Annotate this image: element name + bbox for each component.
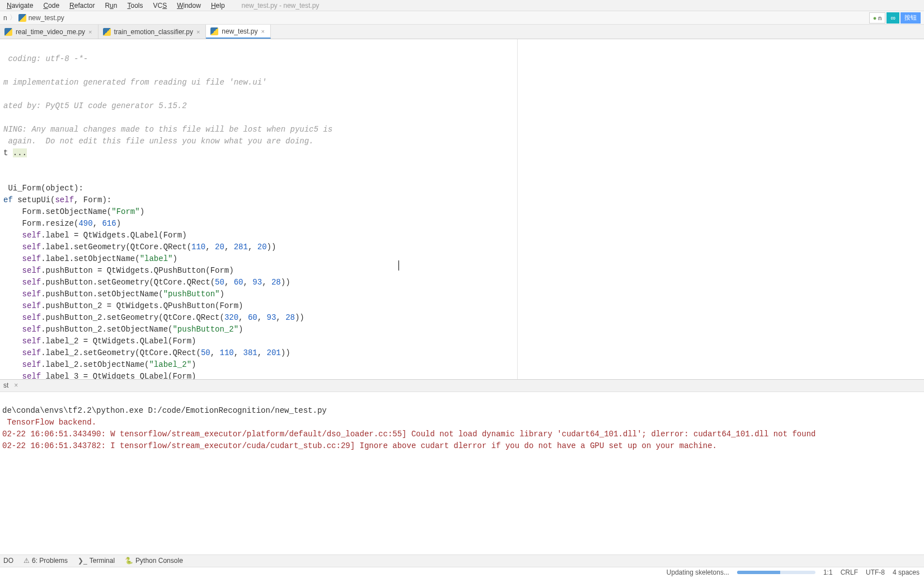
tab-train-emotion[interactable]: train_emotion_classifier.py ×	[99, 25, 207, 39]
code-token: 381	[243, 348, 257, 357]
code-token: 20	[215, 243, 224, 251]
tab-new-test[interactable]: new_test.py ×	[206, 25, 270, 39]
run-config-label: n	[878, 15, 881, 21]
code-token: self	[22, 348, 41, 357]
progress-fill	[737, 571, 780, 574]
code-token: 20	[257, 243, 267, 251]
code-token: self	[22, 372, 41, 379]
close-icon[interactable]: ×	[261, 28, 264, 35]
code-token: )	[238, 325, 243, 334]
code-token: 60	[248, 313, 257, 322]
editor-area: coding: utf-8 -*- m implementation gener…	[0, 39, 924, 379]
code-token	[3, 313, 22, 322]
console-line: 02-22 16:06:51.343782: I tensorflow/stre…	[2, 441, 717, 450]
nav-action-button[interactable]: 按钮	[900, 12, 921, 24]
menu-bar: Navigate Code Refactor Run Tools VCS Win…	[0, 0, 924, 11]
menu-help[interactable]: Help	[207, 1, 229, 11]
run-config-chip[interactable]: ● n	[869, 12, 886, 24]
code-token	[3, 360, 22, 369]
tab-real-time-video[interactable]: real_time_video_me.py ×	[0, 25, 99, 39]
code-token: 28	[271, 278, 281, 287]
terminal-tool-button[interactable]: ❯_Terminal	[78, 557, 115, 565]
menu-refactor[interactable]: Refactor	[65, 1, 99, 11]
status-line-separator[interactable]: CRLF	[841, 568, 858, 576]
code-token: ))	[281, 348, 290, 357]
code-token	[3, 337, 22, 346]
terminal-icon: ❯_	[78, 557, 87, 565]
run-console-output[interactable]: de\conda\envs\tf2.2\python.exe D:/code/E…	[0, 392, 924, 554]
tool-label: DO	[3, 557, 13, 565]
menu-run[interactable]: Run	[100, 1, 121, 11]
code-line: NING: Any manual changes made to this fi…	[3, 125, 332, 134]
breadcrumb-file[interactable]: new_test.py	[18, 14, 64, 22]
tab-label: new_test.py	[222, 27, 257, 35]
code-token: ,	[276, 313, 285, 322]
code-token: 60	[234, 278, 243, 287]
code-token: setupUi(	[17, 195, 55, 204]
menu-vcs[interactable]: VCS	[149, 1, 172, 11]
close-icon[interactable]: ×	[88, 29, 92, 35]
status-encoding[interactable]: UTF-8	[866, 568, 885, 576]
python-console-tool-button[interactable]: 🐍Python Console	[125, 557, 183, 565]
tool-label: Python Console	[135, 557, 183, 565]
code-token: .label_2 = QtWidgets.QLabel(Form)	[41, 337, 196, 346]
problems-tool-button[interactable]: ⚠6: Problems	[24, 557, 68, 565]
code-token: 93	[252, 278, 262, 287]
menu-code[interactable]: Code	[39, 1, 64, 11]
code-token: ,	[238, 313, 248, 322]
todo-tool-button[interactable]: DO	[3, 557, 13, 565]
menu-tools[interactable]: Tools	[123, 1, 147, 11]
code-token: self	[22, 290, 41, 299]
breadcrumb-root[interactable]: n	[3, 14, 7, 22]
tab-label: train_emotion_classifier.py	[114, 28, 193, 36]
code-token: 320	[224, 313, 238, 322]
code-token: self	[22, 266, 41, 275]
status-updating: Updating skeletons...	[667, 568, 729, 576]
code-token: 281	[234, 243, 248, 251]
menu-window[interactable]: Window	[172, 1, 205, 11]
code-token: .pushButton.setGeometry(QtCore.QRect(	[41, 278, 215, 287]
breadcrumb-file-label: new_test.py	[29, 14, 64, 22]
code-token: )	[191, 360, 196, 369]
run-tab[interactable]: st	[1, 380, 11, 390]
code-line: again. Do not edit this file unless you …	[3, 137, 314, 146]
code-token: )	[219, 290, 224, 299]
code-line: m implementation generated from reading …	[3, 78, 266, 87]
menu-navigate[interactable]: Navigate	[2, 1, 37, 11]
code-token: .label = QtWidgets.QLabel(Form)	[41, 231, 186, 240]
code-token: self	[22, 360, 41, 369]
code-token: )	[172, 254, 177, 263]
code-token: ))	[295, 313, 304, 322]
code-token: ,	[210, 348, 220, 357]
breadcrumb-separator: 〉	[10, 13, 16, 22]
code-token: Form.resize(	[3, 219, 78, 228]
code-token: self	[22, 278, 41, 287]
warning-icon: ⚠	[24, 557, 30, 565]
code-token: 201	[267, 348, 281, 357]
run-tab-bar: st ×	[0, 380, 924, 392]
status-bar: Updating skeletons... 1:1 CRLF UTF-8 4 s…	[0, 567, 924, 578]
code-line: coding: utf-8 -*-	[3, 54, 88, 63]
code-token: self	[22, 301, 41, 310]
code-editor[interactable]: coding: utf-8 -*- m implementation gener…	[0, 39, 518, 379]
code-token: .label_2.setGeometry(QtCore.QRect(	[41, 348, 201, 357]
code-token: ,	[234, 348, 243, 357]
progress-bar[interactable]	[737, 571, 815, 574]
code-token: ef	[3, 195, 17, 204]
code-token: .pushButton_2.setObjectName(	[41, 325, 172, 334]
code-line: ated by: PyQt5 UI code generator 5.15.2	[3, 101, 187, 110]
code-token	[3, 348, 22, 357]
code-token: 93	[267, 313, 276, 322]
status-indent[interactable]: 4 spaces	[893, 568, 920, 576]
close-icon[interactable]: ×	[196, 29, 200, 35]
breadcrumb-root-label: n	[3, 14, 7, 22]
code-token: 50	[201, 348, 210, 357]
close-icon[interactable]: ×	[14, 381, 18, 389]
code-token: )	[140, 207, 144, 216]
breadcrumb: n 〉 new_test.py	[3, 13, 64, 22]
code-token: self	[22, 325, 41, 334]
cloud-sync-icon[interactable]	[887, 12, 899, 24]
status-caret-position[interactable]: 1:1	[823, 568, 833, 576]
python-file-icon	[4, 28, 12, 36]
code-token: self	[22, 231, 41, 240]
